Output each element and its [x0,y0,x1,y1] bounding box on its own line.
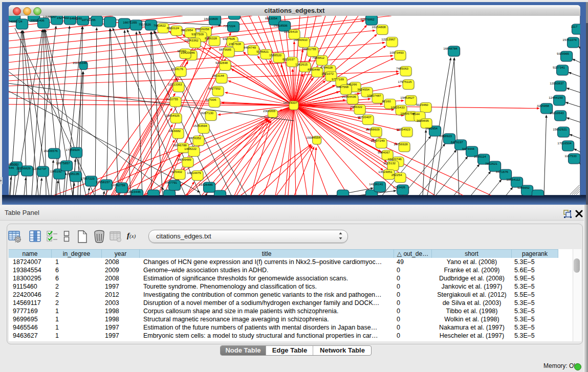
svg-text:9146821: 9146821 [256,50,269,53]
svg-text:1167533: 1167533 [564,154,577,158]
svg-text:9544: 9544 [412,112,420,116]
svg-text:12444159: 12444159 [549,96,563,99]
svg-text:6466160: 6466160 [70,16,82,20]
svg-text:98390: 98390 [177,49,186,53]
svg-text:19654925: 19654925 [165,114,180,117]
svg-text:817006: 817006 [206,98,216,101]
svg-text:6497568: 6497568 [336,85,349,89]
svg-text:9777169: 9777169 [332,77,344,81]
svg-text:2367608: 2367608 [229,42,242,46]
svg-text:9327509: 9327509 [191,32,204,36]
svg-text:10973493: 10973493 [389,51,404,54]
svg-text:13654923: 13654923 [396,127,410,131]
svg-text:9457791: 9457791 [165,181,178,184]
svg-text:8454749: 8454749 [244,46,256,49]
svg-text:2300203: 2300203 [263,109,276,113]
svg-text:19463627: 19463627 [400,96,415,99]
svg-text:3624554: 3624554 [357,87,370,91]
svg-text:13524851: 13524851 [378,170,393,173]
svg-text:8660124: 8660124 [167,26,180,30]
svg-text:9485061: 9485061 [9,162,19,166]
svg-text:1527602: 1527602 [57,16,70,19]
svg-text:8990448: 8990448 [308,68,320,71]
svg-text:14136141: 14136141 [369,182,383,186]
svg-text:9474444: 9474444 [462,147,475,150]
svg-text:9227341: 9227341 [553,65,565,69]
svg-text:10958157: 10958157 [96,180,110,184]
svg-text:16154808: 16154808 [372,25,386,29]
svg-text:8938923: 8938923 [440,134,452,138]
svg-text:7663822: 7663822 [154,24,166,27]
svg-text:17359924: 17359924 [66,148,80,151]
svg-text:9327505: 9327505 [223,37,235,40]
svg-text:1145192: 1145192 [50,169,62,173]
svg-text:15720407: 15720407 [357,115,372,119]
svg-text:3215958: 3215958 [537,104,550,107]
svg-text:16033809: 16033809 [204,17,218,20]
svg-text:2935114: 2935114 [474,155,486,158]
svg-text:16046788: 16046788 [172,143,187,147]
svg-text:1640954: 1640954 [425,126,438,130]
svg-text:16120746: 16120746 [387,157,402,161]
svg-text:16961755: 16961755 [302,47,316,51]
svg-text:16640910: 16640910 [293,38,308,41]
svg-text:3912954: 3912954 [181,28,193,32]
svg-text:1588520: 1588520 [269,53,282,57]
svg-text:8427552: 8427552 [208,86,221,90]
svg-text:252254: 252254 [391,173,402,177]
svg-text:23226058: 23226058 [195,27,209,31]
svg-text:1916682: 1916682 [168,129,181,133]
svg-text:10025433: 10025433 [390,105,405,109]
svg-text:1733426: 1733426 [393,185,406,189]
svg-text:1362615: 1362615 [295,62,308,66]
svg-text:7357224: 7357224 [223,24,236,28]
svg-text:9115460: 9115460 [416,103,428,106]
svg-text:15751074: 15751074 [562,38,577,41]
svg-text:16648784: 16648784 [443,47,458,50]
svg-text:11325419: 11325419 [284,30,298,33]
svg-text:1498222: 1498222 [184,147,197,150]
svg-text:17016504: 17016504 [557,141,572,145]
svg-text:12093837: 12093837 [550,81,564,85]
svg-text:14914479: 14914479 [187,171,201,174]
svg-text:16210643: 16210643 [550,111,564,115]
svg-text:2718176: 2718176 [171,67,184,71]
svg-text:7515526: 7515526 [139,23,151,26]
svg-text:1621072: 1621072 [321,72,334,75]
svg-text:7632621: 7632621 [485,162,498,165]
svg-text:15726485: 15726485 [199,183,213,186]
svg-text:7986322: 7986322 [350,105,363,108]
svg-text:7625402: 7625402 [170,170,183,173]
svg-text:19756928: 19756928 [394,142,408,146]
svg-text:19975857: 19975857 [56,161,70,165]
svg-text:19384554: 19384554 [306,136,320,139]
svg-text:12923446: 12923446 [126,190,141,193]
svg-text:18724007: 18724007 [283,101,297,104]
svg-text:20876862: 20876862 [360,17,375,21]
svg-text:22156829: 22156829 [16,166,31,170]
svg-text:10543362: 10543362 [184,38,199,42]
svg-text:62160: 62160 [382,99,391,103]
svg-text:12342737: 12342737 [32,167,47,170]
svg-text:10688609: 10688609 [365,127,380,131]
svg-text:10553267: 10553267 [42,16,57,18]
svg-text:9245652: 9245652 [517,186,530,189]
svg-text:20206576: 20206576 [43,149,58,152]
svg-text:15692921: 15692921 [553,127,567,131]
svg-text:10807487: 10807487 [367,94,381,97]
svg-text:12935135: 12935135 [65,172,79,176]
svg-text:16671355: 16671355 [123,20,137,24]
svg-text:7955812: 7955812 [312,56,325,59]
svg-text:17975115: 17975115 [398,80,412,83]
svg-text:12213363: 12213363 [168,82,182,86]
svg-text:20091406: 20091406 [30,18,45,22]
svg-text:24099489: 24099489 [177,158,191,161]
svg-text:8186328: 8186328 [205,36,217,40]
svg-text:6794028: 6794028 [320,65,333,69]
svg-text:16782759: 16782759 [111,183,125,187]
svg-text:10654112: 10654112 [506,178,520,181]
svg-text:8813054: 8813054 [265,16,278,20]
svg-text:1117: 1117 [571,25,578,28]
svg-text:7485063: 7485063 [396,67,409,70]
svg-text:9242848: 9242848 [215,61,228,64]
